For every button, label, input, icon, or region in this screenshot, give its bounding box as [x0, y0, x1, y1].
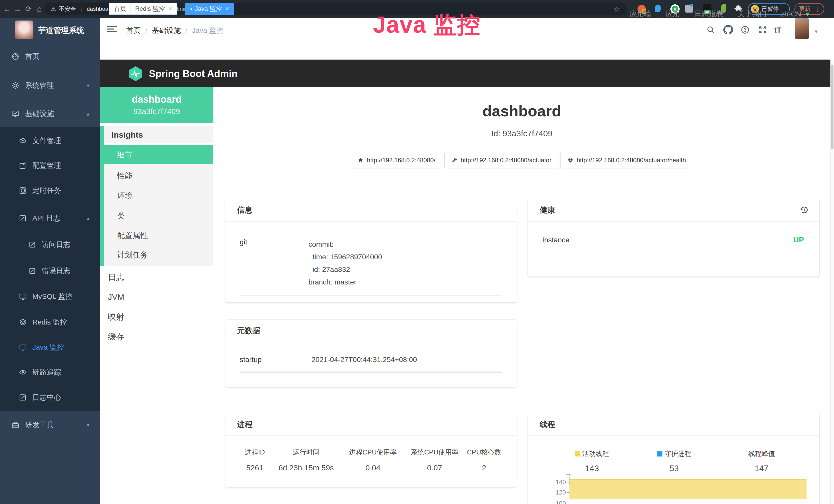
browser-home-icon[interactable]: ⌂ — [34, 0, 45, 18]
info-row-label: git — [240, 238, 308, 288]
sidebar-item-scheduled-jobs[interactable]: 定时任务 — [0, 181, 100, 201]
tags-view-bar — [100, 42, 834, 60]
browser-menu-kebab-icon[interactable]: ⋮ — [814, 5, 821, 13]
page-scrollbar-thumb[interactable] — [831, 65, 833, 150]
insights-divider — [104, 143, 213, 145]
sidebar-item-system[interactable]: 系统管理 ▾ — [0, 75, 100, 95]
avatar-caret-icon[interactable]: ▾ — [815, 28, 817, 35]
y-tick-120: 120 — [550, 489, 566, 496]
sba-nav: 应用墙 应用 日志报表 关于我们 zh-CN ▾ — [630, 0, 809, 28]
tag-close-icon[interactable]: × — [225, 5, 229, 12]
metadata-card-body: startup 2021-04-27T00:44:31.254+08:00 — [225, 342, 517, 373]
breadcrumb-infrastructure[interactable]: 基础设施 — [152, 26, 181, 36]
thread-area-chart — [569, 479, 807, 499]
browser-back-icon[interactable]: ← — [2, 0, 12, 18]
sidebar-item-api-logs[interactable]: API 日志 ▴ — [0, 208, 100, 228]
process-val-pid: 5261 — [238, 463, 271, 472]
process-col-uptime: 运行时间 — [271, 448, 341, 457]
breadcrumb-separator: / — [185, 26, 188, 35]
sidebar-item-home[interactable]: 首页 — [0, 46, 100, 67]
sba-locale-select[interactable]: zh-CN ▾ — [781, 10, 809, 18]
monitor-chart-icon — [11, 110, 20, 118]
value-peak-threads: 147 — [723, 464, 800, 473]
sidebar-item-tracing[interactable]: 链路追踪 — [0, 362, 100, 382]
sba-menu-config-props[interactable]: 配置属性 — [104, 226, 213, 245]
document-edit-icon — [19, 214, 27, 222]
process-card-header: 进程 — [225, 413, 517, 436]
legend-blue-swatch — [657, 451, 662, 457]
browser-forward-icon[interactable]: → — [12, 0, 23, 18]
metadata-row-label: startup — [240, 356, 311, 364]
health-history-icon[interactable] — [800, 206, 809, 214]
sba-menu-caches[interactable]: 缓存 — [100, 327, 213, 347]
monitor-icon — [19, 293, 27, 300]
instance-id: 93a3fc7f7409 — [100, 105, 213, 116]
sba-menu-scheduled-tasks[interactable]: 计划任务 — [104, 246, 213, 265]
briefcase-icon — [11, 421, 20, 429]
instance-links: http://192.168.0.2:48080/ http://192.168… — [213, 152, 830, 168]
sba-menu-mappings[interactable]: 映射 — [100, 307, 213, 327]
sidebar-item-java-monitor[interactable]: Java 监控 — [0, 337, 100, 358]
home-icon — [357, 157, 364, 163]
sba-menu-logs[interactable]: 日志 — [100, 268, 213, 287]
breadcrumb-home[interactable]: 首页 — [126, 26, 141, 36]
process-val-sys-cpu: 0.07 — [405, 463, 464, 472]
sidebar-item-error-logs[interactable]: 错误日志 — [0, 261, 100, 281]
metadata-row-divider — [240, 371, 502, 373]
instance-health-link[interactable]: http://192.168.0.2:48080/actuator/health — [561, 152, 693, 168]
tag-java-monitor[interactable]: ● Java 监控 × — [185, 3, 234, 15]
sidebar-item-dev-tools[interactable]: 研发工具 ▾ — [0, 415, 100, 435]
tag-redis-monitor[interactable]: Redis 监控 × — [130, 3, 177, 15]
sidebar-item-access-logs[interactable]: 访问日志 — [0, 235, 100, 255]
document-edit-icon — [19, 394, 27, 401]
sba-menu-details[interactable]: 细节 — [104, 145, 213, 164]
logo-avatar — [15, 21, 34, 39]
process-col-pid: 进程ID — [238, 448, 271, 457]
sidebar-item-config-management[interactable]: 配置管理 — [0, 156, 100, 176]
page-subtitle: Id: 93a3fc7f7409 — [213, 129, 830, 138]
sidebar-item-log-center[interactable]: 日志中心 — [0, 387, 100, 408]
sidebar-item-mysql-monitor[interactable]: MySQL 监控 — [0, 287, 100, 306]
tag-close-icon[interactable]: × — [169, 5, 172, 12]
sba-nav-wallboard[interactable]: 应用墙 — [630, 9, 651, 19]
active-tag-dot: ● — [190, 7, 192, 11]
browser-reload-icon[interactable]: ⟳ — [23, 0, 34, 18]
sba-nav-about[interactable]: 关于我们 — [738, 9, 766, 19]
tag-home[interactable]: 首页 — [109, 3, 132, 15]
sba-instance-block[interactable]: dashboard 93a3fc7f7409 — [100, 87, 213, 123]
dashboard-gauge-icon — [11, 52, 20, 61]
health-row-divider — [542, 252, 804, 252]
metadata-card: 元数据 startup 2021-04-27T00:44:31.254+08:0… — [225, 320, 517, 387]
health-row-label: Instance — [542, 236, 569, 244]
value-daemon-threads: 53 — [636, 464, 713, 473]
sba-nav-applications[interactable]: 应用 — [666, 9, 680, 19]
sba-menu-environment[interactable]: 环境 — [104, 186, 213, 205]
instance-actuator-link[interactable]: http://192.168.0.2:48080/actuator — [444, 152, 558, 168]
instance-home-link[interactable]: http://192.168.0.2:48080/ — [351, 152, 442, 168]
clock-history-icon — [19, 187, 27, 194]
breadcrumb-separator: / — [146, 26, 148, 35]
health-card-body: Instance UP — [528, 222, 819, 252]
omnibox-divider: | — [81, 6, 82, 12]
sidebar-item-infrastructure[interactable]: 基础设施 ▴ — [0, 104, 100, 124]
health-status-badge: UP — [793, 235, 804, 244]
sidebar-item-redis-monitor[interactable]: Redis 监控 — [0, 312, 100, 332]
info-card-header: 信息 — [225, 199, 517, 222]
y-tick-140: 140 — [550, 479, 566, 486]
process-card: 进程 进程ID 运行时间 进程CPU使用率 系统CPU使用率 CPU核心数 52… — [225, 413, 517, 487]
sidebar-item-file-management[interactable]: 文件管理 — [0, 131, 100, 151]
collapse-sidebar-icon[interactable] — [107, 26, 117, 34]
edit-square-icon — [19, 162, 27, 169]
sba-menu-classes[interactable]: 类 — [104, 206, 213, 225]
security-label[interactable]: 不安全 — [59, 5, 76, 13]
sba-brand-title[interactable]: Spring Boot Admin — [149, 68, 238, 79]
sba-menu-metrics[interactable]: 性能 — [104, 166, 213, 185]
legend-peak-threads: 线程峰值 — [723, 449, 800, 458]
gear-icon — [11, 82, 20, 90]
info-row-value: commit: time: 1596289704000 id: 27aa832 … — [308, 238, 382, 288]
bookmark-star-icon[interactable]: ☆ — [614, 5, 620, 13]
sba-nav-journal[interactable]: 日志报表 — [695, 9, 723, 19]
sba-logo-hexagon-icon — [128, 66, 143, 82]
heartbeat-icon — [567, 157, 574, 163]
sba-menu-jvm[interactable]: JVM — [100, 287, 213, 307]
